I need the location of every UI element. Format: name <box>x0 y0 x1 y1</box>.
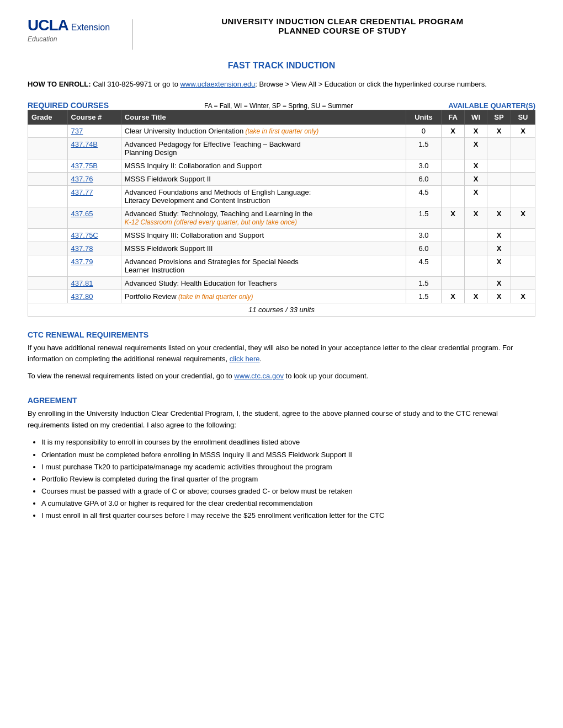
cell-wi: X <box>465 172 487 185</box>
cell-su <box>511 276 535 290</box>
course-num-link[interactable]: 737 <box>71 127 83 135</box>
title-line1: UNIVERSITY INDUCTION CLEAR CREDENTIAL PR… <box>150 17 535 26</box>
ctc-renewal-para1: If you have additional renewal requireme… <box>28 342 535 366</box>
cell-units: 1.5 <box>406 290 441 303</box>
cell-grade <box>28 242 68 255</box>
col-grade: Grade <box>28 110 68 124</box>
how-to-enroll-section: HOW TO ENROLL: Call 310-825-9971 or go t… <box>28 79 535 90</box>
cell-sp <box>487 172 511 185</box>
cell-fa <box>442 255 465 276</box>
cell-wi: X <box>465 207 487 228</box>
cell-course-title: Advanced Study: Technology, Teaching and… <box>121 207 406 228</box>
course-num-link[interactable]: 437.78 <box>71 244 93 253</box>
cell-units: 1.5 <box>406 276 441 290</box>
cell-fa <box>442 242 465 255</box>
how-to-enroll-text2: : Browse > View All > Education or click… <box>255 80 487 88</box>
ctc-para2-end: to look up your document. <box>284 372 368 380</box>
cell-course-title: Advanced Provisions and Strategies for S… <box>121 255 406 276</box>
cell-course-title: MSSS Fieldwork Support II <box>121 172 406 185</box>
page-header: UCLA Extension Education UNIVERSITY INDU… <box>28 17 535 50</box>
cell-wi <box>465 242 487 255</box>
cell-fa <box>442 137 465 159</box>
ctc-para1-end: . <box>260 355 262 363</box>
uclaextension-link[interactable]: www.uclaextension.edu <box>180 80 255 88</box>
title-line2: PLANNED COURSE OF STUDY <box>150 26 535 35</box>
table-row: 437.77Advanced Foundations and Methods o… <box>28 185 535 207</box>
cell-sp: X <box>487 255 511 276</box>
cell-su: X <box>511 290 535 303</box>
cell-course-num: 737 <box>67 124 121 137</box>
course-num-link[interactable]: 437.79 <box>71 258 93 266</box>
cell-units: 1.5 <box>406 207 441 228</box>
title-area: UNIVERSITY INDUCTION CLEAR CREDENTIAL PR… <box>150 17 535 35</box>
cell-su <box>511 228 535 242</box>
cell-sp <box>487 137 511 159</box>
cell-course-num: 437.75B <box>67 159 121 172</box>
course-num-link[interactable]: 437.80 <box>71 292 93 301</box>
col-fa: FA <box>442 110 465 124</box>
cell-wi: X <box>465 137 487 159</box>
cell-fa: X <box>442 124 465 137</box>
cell-wi <box>465 228 487 242</box>
ctc-ca-gov-link[interactable]: www.ctc.ca.gov <box>234 372 284 380</box>
cell-course-title: MSSS Fieldwork Support III <box>121 242 406 255</box>
cell-course-title: Clear University Induction Orientation (… <box>121 124 406 137</box>
cell-su <box>511 172 535 185</box>
course-num-link[interactable]: 437.75C <box>71 231 98 239</box>
cell-su <box>511 242 535 255</box>
table-row: 437.75CMSSS Inquiry III: Collaboration a… <box>28 228 535 242</box>
cell-grade <box>28 207 68 228</box>
cell-course-num: 437.65 <box>67 207 121 228</box>
cell-units: 6.0 <box>406 172 441 185</box>
cell-sp: X <box>487 242 511 255</box>
cell-fa: X <box>442 290 465 303</box>
col-course-title: Course Title <box>121 110 406 124</box>
col-units: Units <box>406 110 441 124</box>
course-num-link[interactable]: 437.81 <box>71 279 93 287</box>
cell-units: 1.5 <box>406 137 441 159</box>
courses-section-header: REQUIRED COURSES FA = Fall, WI = Winter,… <box>28 101 535 110</box>
cell-su: X <box>511 207 535 228</box>
table-row: 437.81Advanced Study: Health Education f… <box>28 276 535 290</box>
course-num-link[interactable]: 437.76 <box>71 175 93 183</box>
table-row: 437.74BAdvanced Pedagogy for Effective T… <box>28 137 535 159</box>
course-num-link[interactable]: 437.75B <box>71 162 98 170</box>
cell-wi: X <box>465 185 487 207</box>
cell-fa <box>442 172 465 185</box>
cell-units: 3.0 <box>406 159 441 172</box>
cell-wi: X <box>465 290 487 303</box>
cell-course-num: 437.81 <box>67 276 121 290</box>
cell-wi <box>465 276 487 290</box>
cell-fa <box>442 185 465 207</box>
cell-units: 6.0 <box>406 242 441 255</box>
cell-sp: X <box>487 228 511 242</box>
cell-units: 4.5 <box>406 185 441 207</box>
cell-grade <box>28 255 68 276</box>
cell-sp: X <box>487 124 511 137</box>
ctc-renewal-para2: To view the renewal requirements listed … <box>28 371 535 382</box>
available-quarters-label: AVAILABLE QUARTER(S) <box>448 101 535 110</box>
course-num-link[interactable]: 437.65 <box>71 210 93 218</box>
cell-course-num: 437.76 <box>67 172 121 185</box>
cell-su <box>511 137 535 159</box>
col-su: SU <box>511 110 535 124</box>
click-here-link[interactable]: click here <box>230 355 260 363</box>
agreement-bullet: It is my responsibility to enroll in cou… <box>41 436 535 448</box>
course-num-link[interactable]: 437.77 <box>71 188 93 196</box>
cell-wi: X <box>465 159 487 172</box>
cell-su <box>511 159 535 172</box>
course-num-link[interactable]: 437.74B <box>71 140 98 148</box>
ctc-para2-start: To view the renewal requirements listed … <box>28 372 234 380</box>
cell-course-num: 437.79 <box>67 255 121 276</box>
courses-table: Grade Course # Course Title Units FA WI … <box>28 110 535 317</box>
cell-grade <box>28 228 68 242</box>
agreement-bullet: Courses must be passed with a grade of C… <box>41 485 535 497</box>
cell-course-title: Advanced Study: Health Education for Tea… <box>121 276 406 290</box>
agreement-bullet: I must enroll in all first quarter cours… <box>41 510 535 522</box>
agreement-title: AGREEMENT <box>28 396 535 405</box>
table-row: 437.65Advanced Study: Technology, Teachi… <box>28 207 535 228</box>
agreement-list: It is my responsibility to enroll in cou… <box>41 436 535 522</box>
cell-fa <box>442 276 465 290</box>
col-sp: SP <box>487 110 511 124</box>
cell-grade <box>28 124 68 137</box>
